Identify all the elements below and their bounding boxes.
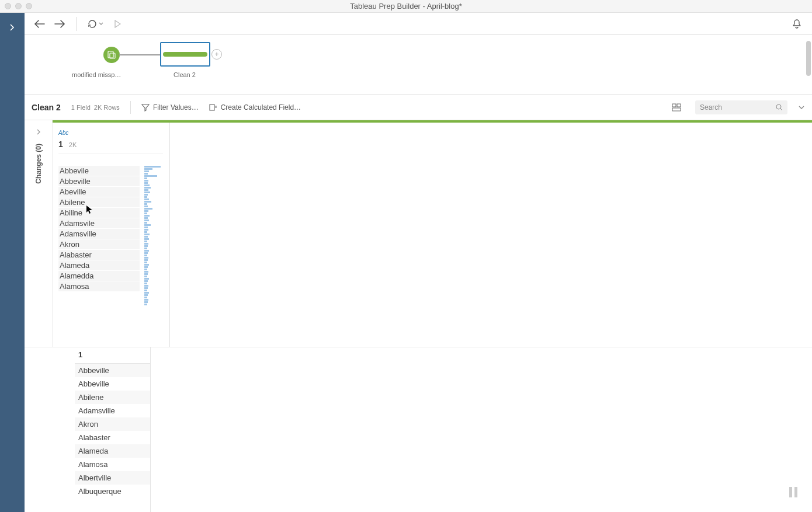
histogram-bar xyxy=(144,189,148,191)
svg-rect-5 xyxy=(672,108,681,111)
step-rows-count: 2K Rows xyxy=(94,104,120,111)
flow-scrollbar[interactable] xyxy=(806,41,811,76)
step-toolbar: Clean 2 1 Field 2K Rows Filter Values… C… xyxy=(25,95,812,120)
histogram-bar xyxy=(144,252,148,254)
profile-value[interactable]: Abbeville xyxy=(58,176,140,186)
clean-step-label: Clean 2 xyxy=(173,71,196,78)
svg-rect-2 xyxy=(210,105,214,110)
histogram-bar xyxy=(144,173,148,175)
grid-cell[interactable]: Albuquerque xyxy=(75,485,150,498)
histogram-bar xyxy=(144,273,148,275)
histogram-bar xyxy=(144,170,149,172)
grid-cell[interactable]: Adamsville xyxy=(75,404,150,417)
histogram-bar xyxy=(144,294,148,296)
profile-value[interactable]: Abbevile xyxy=(58,166,140,176)
run-flow-button[interactable] xyxy=(109,16,126,32)
histogram-bar xyxy=(144,196,147,198)
add-step-button[interactable]: + xyxy=(211,49,222,60)
profile-value[interactable]: Akron xyxy=(58,239,140,249)
grid-column-header[interactable]: 1 xyxy=(75,347,150,364)
histogram-bar xyxy=(144,241,147,242)
histogram-bar xyxy=(144,255,147,256)
flow-connector xyxy=(119,54,160,55)
histogram-bar xyxy=(144,238,149,240)
svg-rect-4 xyxy=(677,104,681,107)
profile-card[interactable]: Abc 1 2K AbbevileAbbevilleAbevilleAbilen… xyxy=(53,123,169,347)
grid-cell[interactable]: Abbeville xyxy=(75,377,150,391)
window-title: Tableau Prep Builder - April-blog* xyxy=(0,2,812,11)
histogram-bar xyxy=(144,206,148,207)
toolbar-divider xyxy=(76,17,77,31)
histogram-bar xyxy=(144,285,148,287)
collapse-panel-button[interactable] xyxy=(798,105,805,110)
changes-panel[interactable]: Changes (0) xyxy=(25,120,53,347)
data-grid-pane: 1 AbbevilleAbbevilleAbileneAdamsvilleAkr… xyxy=(25,347,812,512)
grid-cell[interactable]: Akron xyxy=(75,417,150,431)
titlebar: Tableau Prep Builder - April-blog* xyxy=(0,0,812,13)
input-step-label: modified missp… xyxy=(72,71,121,78)
histogram-bar xyxy=(144,184,150,186)
histogram-bar xyxy=(144,278,149,280)
histogram-bar xyxy=(144,264,149,266)
filter-values-button[interactable]: Filter Values… xyxy=(141,103,199,112)
create-calc-field-label: Create Calculated Field… xyxy=(221,103,301,112)
back-button[interactable] xyxy=(32,16,48,32)
histogram-bar xyxy=(144,213,147,214)
histogram-bar xyxy=(144,177,147,179)
histogram-bar xyxy=(144,222,147,224)
profile-value[interactable]: Adamsville xyxy=(58,229,140,239)
notifications-button[interactable] xyxy=(789,16,805,32)
view-layout-toggle[interactable] xyxy=(668,99,685,116)
histogram-bar xyxy=(144,220,149,221)
profile-value-list[interactable]: AbbevileAbbevilleAbevilleAbileneAbilineA… xyxy=(58,166,140,292)
histogram-bar xyxy=(144,201,151,203)
pause-indicator[interactable] xyxy=(785,484,801,500)
step-fields-count: 1 Field xyxy=(71,104,91,111)
clean-step-node[interactable] xyxy=(160,42,210,67)
histogram-bar xyxy=(144,292,149,294)
histogram-bar xyxy=(144,283,147,284)
grid-cell[interactable]: Alabaster xyxy=(75,431,150,444)
flow-canvas[interactable]: modified missp… Clean 2 + xyxy=(25,35,812,95)
grid-cell[interactable]: Alamosa xyxy=(75,458,150,471)
profile-histogram[interactable] xyxy=(144,166,163,305)
grid-cell[interactable]: Albertville xyxy=(75,471,150,485)
histogram-bar xyxy=(144,276,147,277)
profile-value[interactable]: Alamedda xyxy=(58,271,140,281)
create-calc-field-button[interactable]: Create Calculated Field… xyxy=(209,103,301,112)
histogram-bar xyxy=(144,287,148,289)
profile-value[interactable]: Abeville xyxy=(58,187,140,197)
profile-value[interactable]: Alamosa xyxy=(58,281,140,291)
histogram-bar xyxy=(144,182,148,184)
field-name[interactable]: 1 xyxy=(58,140,63,149)
expand-side-panel[interactable] xyxy=(9,23,15,32)
main-toolbar xyxy=(25,13,812,35)
input-step-node[interactable] xyxy=(103,47,120,63)
profile-value[interactable]: Alameda xyxy=(58,260,140,270)
histogram-bar xyxy=(144,243,148,245)
search-placeholder: Search xyxy=(700,103,722,112)
histogram-bar xyxy=(144,194,148,196)
histogram-bar xyxy=(144,269,147,270)
field-type-label: Abc xyxy=(58,130,163,136)
histogram-bar xyxy=(144,215,150,217)
data-grid-column[interactable]: 1 AbbevilleAbbevilleAbileneAdamsvilleAkr… xyxy=(75,347,151,512)
histogram-bar xyxy=(144,203,147,205)
profile-value[interactable]: Abiline xyxy=(58,208,140,218)
forward-button[interactable] xyxy=(51,16,68,32)
grid-cell[interactable]: Alameda xyxy=(75,444,150,458)
cursor-icon xyxy=(86,205,95,214)
svg-rect-0 xyxy=(108,51,113,58)
refresh-button[interactable] xyxy=(85,16,106,32)
histogram-bar xyxy=(144,304,147,305)
profile-value[interactable]: Alabaster xyxy=(58,250,140,260)
histogram-bar xyxy=(144,236,148,238)
profile-value[interactable]: Adamsvile xyxy=(58,218,140,228)
histogram-bar xyxy=(144,227,148,228)
histogram-bar xyxy=(144,191,150,193)
grid-cell[interactable]: Abilene xyxy=(75,391,150,404)
calc-field-icon xyxy=(209,103,217,112)
search-input[interactable]: Search xyxy=(695,100,787,114)
grid-cell[interactable]: Abbeville xyxy=(75,364,150,377)
profile-value[interactable]: Abilene xyxy=(58,197,140,207)
